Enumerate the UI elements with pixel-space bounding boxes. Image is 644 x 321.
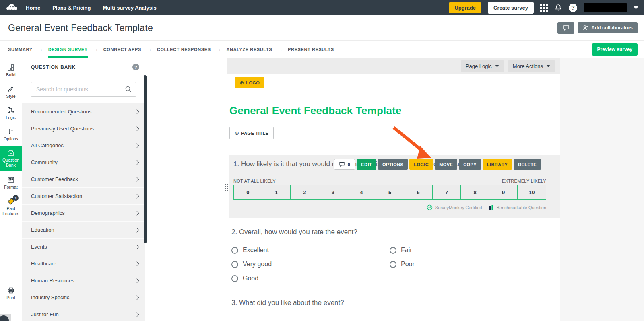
nav-link-plans-pricing[interactable]: Plans & Pricing (52, 5, 91, 11)
page-actions-band: Page Logic More Actions (227, 58, 560, 74)
options-sliders-icon (7, 128, 14, 135)
step-design-survey[interactable]: DESIGN SURVEY (48, 41, 88, 58)
radio-icon (231, 247, 238, 254)
chevron-right-icon (134, 109, 139, 114)
logic-branch-icon (7, 107, 14, 114)
step-present-results[interactable]: PRESENT RESULTS (288, 41, 334, 58)
build-icon (7, 64, 14, 71)
nav-link-home[interactable]: Home (26, 5, 40, 11)
copy-button[interactable]: COPY (459, 159, 481, 170)
upgrade-button[interactable]: Upgrade (449, 2, 481, 13)
scale-cell-2: 2 (290, 185, 319, 200)
question-bank-panel: QUESTION BANK ? Recommended Questions Pr… (22, 58, 145, 321)
step-connect-apps[interactable]: CONNECT APPS (103, 41, 141, 58)
search-icon (125, 86, 132, 93)
chevron-right-icon (134, 177, 139, 181)
left-tool-rail: Build Style Logic Options Question Bank … (0, 58, 22, 321)
category-just-for-fun[interactable]: Just for Fun (22, 306, 145, 321)
category-all-categories[interactable]: All Categories (22, 137, 145, 154)
help-icon[interactable]: ? (569, 4, 577, 12)
account-name-redacted[interactable] (584, 3, 627, 12)
category-customer-satisfaction[interactable]: Customer Satisfaction (22, 188, 145, 205)
preview-survey-button[interactable]: Preview survey (592, 43, 638, 56)
chevron-right-icon (134, 211, 139, 215)
option-fair[interactable]: Fair (390, 247, 415, 254)
category-healthcare[interactable]: Healthcare (22, 255, 145, 272)
option-excellent[interactable]: Excellent (231, 247, 390, 254)
rail-item-print[interactable]: Print (0, 284, 22, 303)
option-poor[interactable]: Poor (390, 261, 415, 268)
account-caret-icon[interactable] (634, 6, 638, 9)
scale-cell-6: 6 (404, 185, 433, 200)
question-comments-button[interactable]: 0 (334, 159, 355, 170)
page-logic-dropdown[interactable]: Page Logic (461, 60, 504, 72)
add-page-title-button[interactable]: ⊕ PAGE TITLE (229, 127, 274, 139)
delete-button[interactable]: DELETE (514, 159, 541, 170)
panel-scrollbar[interactable] (144, 75, 147, 243)
category-previously-used[interactable]: Previously Used Questions (22, 120, 145, 137)
category-education[interactable]: Education (22, 222, 145, 239)
options-button[interactable]: OPTIONS (378, 159, 408, 170)
logic-button[interactable]: LOGIC (409, 159, 433, 170)
survey-page-title: General Event Feedback Template (8, 23, 153, 33)
category-community[interactable]: Community (22, 154, 145, 171)
category-customer-feedback[interactable]: Customer Feedback (22, 171, 145, 188)
add-collaborators-button[interactable]: Add collaborators (578, 22, 638, 33)
survey-title[interactable]: General Event Feedback Template (229, 105, 560, 117)
rail-item-options[interactable]: Options (0, 125, 22, 144)
survey-workspace: Page Logic More Actions ⊕ LOGO General E… (145, 58, 644, 321)
title-bar: General Event Feedback Template Add coll… (0, 15, 644, 40)
rail-item-build[interactable]: Build (0, 61, 22, 80)
apps-grid-icon[interactable] (540, 4, 548, 12)
step-arrow-icon: → (38, 46, 43, 52)
chevron-right-icon (134, 312, 139, 317)
plus-circle-icon: ⊕ (235, 130, 239, 136)
step-analyze-results[interactable]: ANALYZE RESULTS (227, 41, 272, 58)
surveymonkey-logo-icon[interactable] (5, 2, 19, 13)
add-logo-button[interactable]: ⊕ LOGO (235, 77, 264, 88)
question-1-block[interactable]: 1. How likely is it that you would recom… (229, 155, 560, 218)
step-summary[interactable]: SUMMARY (8, 41, 33, 58)
move-button[interactable]: MOVE (435, 159, 457, 170)
create-survey-button[interactable]: Create survey (488, 2, 534, 14)
rail-item-question-bank[interactable]: Question Bank (0, 146, 22, 171)
step-arrow-icon: → (93, 46, 98, 52)
chevron-right-icon (134, 126, 139, 131)
option-very-good[interactable]: Very good (231, 261, 390, 268)
category-human-resources[interactable]: Human Resources (22, 272, 145, 289)
add-person-icon (582, 25, 588, 31)
library-button[interactable]: LIBRARY (483, 159, 512, 170)
format-icon (7, 176, 14, 183)
question-bank-help-icon[interactable]: ? (132, 64, 139, 70)
more-actions-dropdown[interactable]: More Actions (508, 60, 555, 72)
radio-icon (231, 261, 238, 268)
caret-down-icon (495, 65, 499, 67)
search-questions-input[interactable] (31, 82, 136, 97)
rail-item-logic[interactable]: Logic (0, 103, 22, 123)
rail-item-format[interactable]: Format (0, 173, 22, 193)
question-3-text[interactable]: 3. What did you like about the event? (231, 299, 560, 307)
category-recommended[interactable]: Recommended Questions (22, 103, 145, 120)
option-good[interactable]: Good (231, 275, 390, 282)
step-collect-responses[interactable]: COLLECT RESPONSES (157, 41, 211, 58)
category-demographics[interactable]: Demographics (22, 205, 145, 222)
paid-features-badge: 1 (13, 195, 19, 201)
scale-cell-7: 7 (432, 185, 461, 200)
category-industry-specific[interactable]: Industry Specific (22, 289, 145, 306)
rail-item-paid-features[interactable]: 1 Paid Features (0, 194, 22, 219)
nps-scale: 0 1 2 3 4 5 6 7 8 9 10 (233, 185, 546, 200)
chevron-right-icon (134, 228, 139, 232)
comments-button[interactable] (557, 22, 574, 34)
edit-button[interactable]: EDIT (357, 159, 376, 170)
notifications-bell-icon[interactable] (554, 4, 562, 12)
scale-cell-10: 10 (517, 185, 546, 200)
chevron-right-icon (134, 295, 139, 300)
certified-check-icon (427, 204, 433, 210)
category-events[interactable]: Events (22, 239, 145, 255)
rail-item-style[interactable]: Style (0, 82, 22, 102)
question-2-text[interactable]: 2. Overall, how would you rate the event… (231, 228, 560, 236)
category-list: Recommended Questions Previously Used Qu… (22, 103, 145, 321)
drag-handle[interactable] (225, 184, 228, 191)
plus-circle-icon: ⊕ (239, 80, 244, 86)
nav-link-multi-survey[interactable]: Multi-survey Analysis (103, 5, 157, 11)
